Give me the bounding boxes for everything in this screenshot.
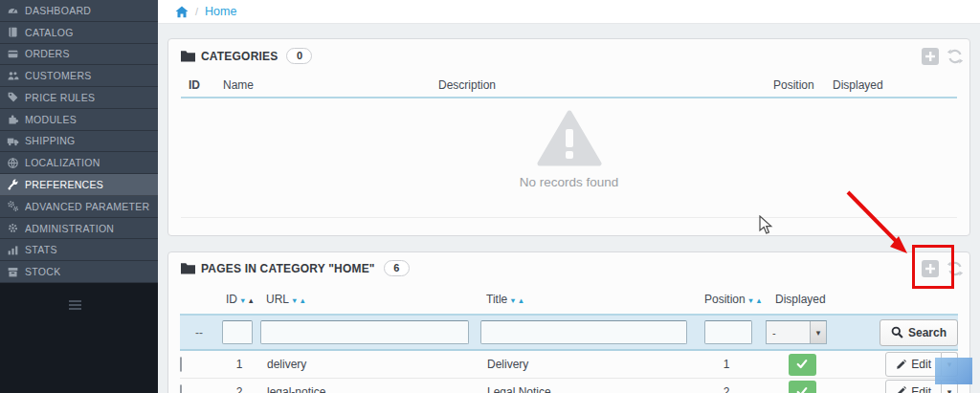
administration-icon bbox=[7, 222, 19, 234]
pencil-icon bbox=[896, 386, 906, 393]
folder-icon bbox=[181, 262, 195, 274]
search-button[interactable]: Search bbox=[880, 319, 958, 346]
sidebar-item-preferences[interactable]: PREFERENCES bbox=[0, 174, 158, 196]
sidebar-item-stats[interactable]: STATS bbox=[0, 239, 158, 261]
pages-panel-title: PAGES IN CATEGORY "HOME" bbox=[201, 262, 375, 275]
cell-id: 2 bbox=[218, 385, 260, 393]
customers-icon bbox=[7, 70, 19, 82]
col-title-sortable[interactable]: Title▼▲ bbox=[480, 293, 699, 306]
table-row: 2 legal-notice Legal Notice 2 Edit▾ bbox=[180, 378, 958, 393]
localization-icon bbox=[7, 157, 19, 169]
cell-id: 1 bbox=[218, 358, 260, 371]
categories-panel-header: CATEGORIES 0 bbox=[168, 39, 969, 73]
preferences-icon bbox=[7, 179, 19, 191]
sort-icons: ▼▲ bbox=[239, 296, 256, 305]
sidebar-item-orders[interactable]: ORDERS bbox=[0, 44, 158, 66]
sidebar-item-price-rules[interactable]: PRICE RULES bbox=[0, 87, 158, 109]
sidebar-item-label: CUSTOMERS bbox=[25, 70, 92, 81]
catalog-icon bbox=[7, 26, 19, 38]
edit-button[interactable]: Edit bbox=[885, 352, 942, 377]
row-checkbox[interactable] bbox=[180, 384, 182, 393]
sidebar-item-label: SHIPPING bbox=[25, 135, 76, 146]
modules-icon bbox=[7, 113, 19, 125]
check-icon bbox=[795, 386, 809, 393]
displayed-toggle[interactable] bbox=[789, 381, 816, 393]
edit-button[interactable]: Edit bbox=[885, 380, 942, 393]
shipping-icon bbox=[7, 135, 19, 147]
sidebar-item-administration[interactable]: ADMINISTRATION bbox=[0, 218, 158, 240]
folder-icon bbox=[181, 50, 195, 62]
filter-url-input[interactable] bbox=[260, 320, 469, 344]
filter-title-input[interactable] bbox=[480, 320, 687, 344]
sidebar-item-dashboard[interactable]: DASHBOARD bbox=[0, 0, 158, 22]
pages-panel: PAGES IN CATEGORY "HOME" 6 ID▼▲ URL▼▲ Ti… bbox=[167, 251, 970, 393]
filter-position-input[interactable] bbox=[704, 320, 752, 344]
refresh-categories-button[interactable] bbox=[947, 48, 964, 65]
prestashop-admin-window: DASHBOARD CATALOG ORDERS CUSTOMERS PRICE… bbox=[0, 0, 980, 393]
cell-url: delivery bbox=[260, 358, 480, 371]
breadcrumb-separator: / bbox=[195, 6, 198, 17]
pages-count-badge: 6 bbox=[384, 260, 410, 276]
add-category-button[interactable] bbox=[922, 48, 939, 65]
breadcrumb-home-link[interactable]: Home bbox=[205, 5, 236, 18]
cell-title: Delivery bbox=[480, 358, 699, 371]
stock-icon bbox=[7, 266, 19, 278]
sidebar-item-label: MODULES bbox=[25, 114, 77, 125]
bulk-actions-dash: -- bbox=[180, 326, 218, 339]
col-position: Position bbox=[773, 78, 833, 92]
col-description: Description bbox=[438, 78, 773, 92]
cell-position: 1 bbox=[699, 358, 754, 371]
breadcrumb: / Home bbox=[158, 0, 980, 24]
home-icon[interactable] bbox=[175, 6, 189, 18]
pages-panel-header: PAGES IN CATEGORY "HOME" 6 bbox=[168, 252, 969, 284]
sidebar-item-modules[interactable]: MODULES bbox=[0, 109, 158, 131]
sidebar-item-shipping[interactable]: SHIPPING bbox=[0, 131, 158, 153]
displayed-toggle[interactable] bbox=[789, 354, 816, 376]
edit-dropdown-toggle[interactable]: ▾ bbox=[942, 380, 958, 393]
cell-title: Legal Notice bbox=[480, 385, 699, 393]
filter-id-input[interactable] bbox=[222, 320, 253, 344]
sidebar-item-label: CATALOG bbox=[25, 27, 74, 38]
collapse-menu-icon[interactable] bbox=[69, 300, 81, 312]
sidebar-item-label: ADMINISTRATION bbox=[25, 223, 114, 234]
col-id-sortable[interactable]: ID▼▲ bbox=[218, 293, 260, 306]
sidebar-item-label: ORDERS bbox=[25, 48, 70, 59]
categories-table-header: ID Name Description Position Displayed bbox=[181, 73, 957, 98]
table-row: 1 delivery Delivery 1 Edit▾ bbox=[180, 351, 958, 378]
filter-displayed-select[interactable]: -▾ bbox=[766, 320, 827, 344]
sidebar-item-localization[interactable]: LOCALIZATION bbox=[0, 152, 158, 174]
sidebar-nav: DASHBOARD CATALOG ORDERS CUSTOMERS PRICE… bbox=[0, 0, 158, 283]
sidebar-item-advanced-parameters[interactable]: ADVANCED PARAMETERS bbox=[0, 196, 158, 218]
orders-icon bbox=[7, 48, 19, 60]
dashboard-icon bbox=[7, 4, 19, 16]
sidebar-item-customers[interactable]: CUSTOMERS bbox=[0, 65, 158, 87]
categories-panel: CATEGORIES 0 ID Name Description Positio… bbox=[167, 38, 970, 236]
pages-table-header: ID▼▲ URL▼▲ Title▼▲ Position▼▲ Displayed bbox=[180, 284, 958, 316]
sidebar-item-label: PREFERENCES bbox=[25, 179, 103, 190]
main-content: / Home CATEGORIES 0 ID Name Description bbox=[158, 0, 980, 393]
categories-empty-state: No records found bbox=[181, 98, 957, 218]
sidebar-item-label: PRICE RULES bbox=[25, 92, 95, 103]
sidebar-item-catalog[interactable]: CATALOG bbox=[0, 22, 158, 44]
advanced-parameters-icon bbox=[7, 200, 19, 212]
add-page-button[interactable] bbox=[922, 260, 939, 277]
select-caret-icon: ▾ bbox=[810, 321, 826, 343]
pages-filter-row: -- -▾ Search bbox=[180, 316, 958, 351]
row-checkbox[interactable] bbox=[180, 357, 182, 372]
page-body: CATEGORIES 0 ID Name Description Positio… bbox=[167, 38, 970, 393]
price-rules-icon bbox=[7, 91, 19, 103]
col-url-sortable[interactable]: URL▼▲ bbox=[260, 293, 480, 306]
sort-icons: ▼▲ bbox=[291, 296, 307, 305]
edit-dropdown-toggle[interactable]: ▾ bbox=[942, 352, 958, 377]
empty-message: No records found bbox=[181, 175, 957, 189]
sidebar-item-label: STATS bbox=[25, 244, 57, 255]
col-id: ID bbox=[181, 78, 223, 92]
categories-count-badge: 0 bbox=[286, 48, 312, 64]
sort-icons: ▼▲ bbox=[509, 296, 525, 305]
refresh-pages-button[interactable] bbox=[947, 260, 964, 277]
search-icon bbox=[891, 326, 903, 338]
col-position-sortable[interactable]: Position▼▲ bbox=[699, 293, 754, 306]
sidebar-item-stock[interactable]: STOCK bbox=[0, 261, 158, 283]
categories-panel-title: CATEGORIES bbox=[201, 50, 278, 63]
check-icon bbox=[795, 359, 809, 370]
